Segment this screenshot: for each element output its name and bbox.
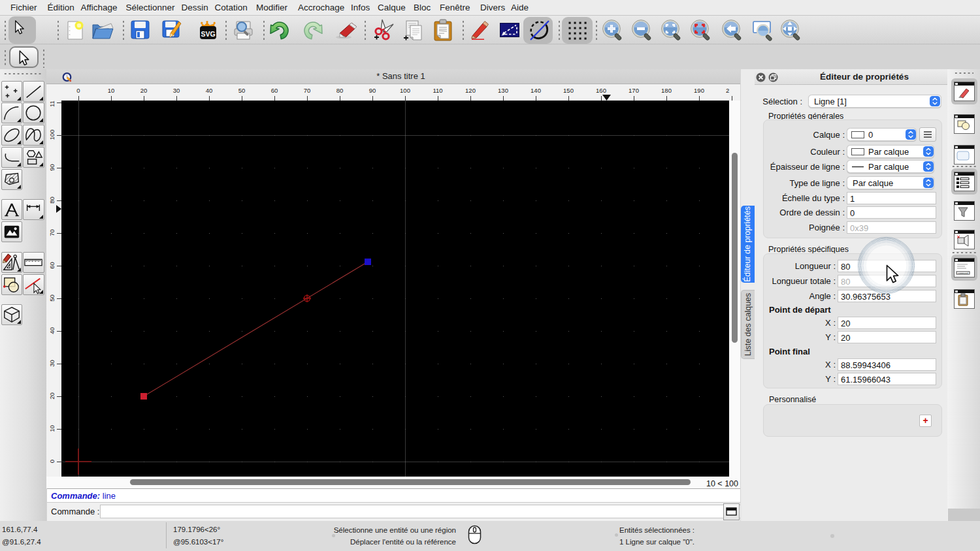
- svg-text:command: command: [958, 272, 968, 275]
- svg-text:SVG: SVG: [201, 30, 215, 38]
